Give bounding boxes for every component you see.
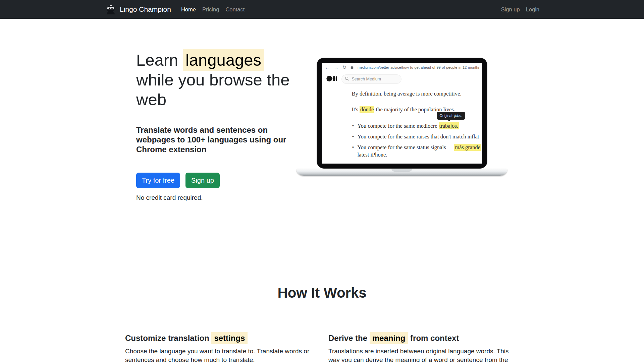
medium-article: By definition, being average is more com…: [322, 86, 482, 159]
hero-title-highlight: languages: [183, 49, 264, 71]
main-container: Learn languages while you browse the web…: [120, 19, 524, 362]
search-icon: [345, 76, 349, 82]
tooltip-label: Original:: [440, 114, 454, 118]
laptop-screen-content: ← → ↻ medium.com/better-advice/how-to-ge…: [322, 63, 482, 164]
original-word-tooltip: Original: jobs.: [437, 112, 465, 120]
tooltip-word: jobs.: [454, 114, 462, 118]
medium-header: Search Medium: [322, 72, 482, 86]
lock-icon: [350, 65, 354, 69]
article-text: latest iPhone.: [358, 152, 387, 158]
back-icon[interactable]: ←: [325, 65, 330, 70]
how-it-works-title: How It Works: [120, 285, 524, 301]
feature-heading-highlight: settings: [211, 332, 248, 344]
article-paragraph: By definition, being average is more com…: [352, 90, 482, 98]
nav-link-login[interactable]: Login: [526, 6, 539, 13]
hero-title-post: while you browse the web: [136, 71, 290, 109]
hero-title: Learn languages while you browse the web: [136, 50, 294, 109]
feature-heading: Customize translation settings: [125, 334, 316, 343]
browser-toolbar: ← → ↻ medium.com/better-advice/how-to-ge…: [322, 63, 482, 72]
medium-search-input[interactable]: Search Medium: [341, 74, 401, 84]
medium-logo-icon[interactable]: [326, 75, 338, 84]
section-divider: [120, 245, 524, 245]
feature-body: Translations are inserted between origin…: [328, 347, 519, 362]
nav-links: Home Pricing Contact: [181, 6, 245, 13]
laptop-screen-bezel: ← → ↻ medium.com/better-advice/how-to-ge…: [317, 58, 487, 169]
translated-word-highlight[interactable]: dónde: [360, 106, 374, 113]
feature-heading: Derive the meaning from context: [328, 334, 519, 343]
laptop-mockup: ← → ↻ medium.com/better-advice/how-to-ge…: [297, 58, 507, 176]
hero-subtitle: Translate words and sentences on webpage…: [136, 125, 294, 154]
nav-link-contact[interactable]: Contact: [225, 6, 245, 13]
list-item: You compete for the same mediocre trabaj…: [352, 122, 482, 130]
feature-column-settings: Customize translation settings Choose th…: [125, 334, 316, 362]
ninja-logo-icon: [105, 4, 117, 15]
forward-icon[interactable]: →: [334, 65, 339, 70]
cta-row: Try for free Sign up: [136, 173, 294, 188]
brand[interactable]: Lingo Champion: [105, 4, 171, 15]
hero-section: Learn languages while you browse the web…: [120, 19, 524, 201]
hero-image-column: ← → ↻ medium.com/better-advice/how-to-ge…: [297, 50, 507, 201]
article-text: You compete for the same raises that don…: [358, 133, 479, 140]
no-credit-card-note: No credit card required.: [136, 194, 294, 201]
nav-link-signup[interactable]: Sign up: [501, 6, 520, 13]
feature-body: Choose the language you want to translat…: [125, 347, 316, 362]
feature-heading-highlight: meaning: [370, 332, 408, 344]
article-bullet-list: You compete for the same mediocre trabaj…: [352, 122, 482, 159]
translated-word-highlight[interactable]: más grande: [454, 144, 481, 151]
feature-column-meaning: Derive the meaning from context Translat…: [328, 334, 519, 362]
nav-right-links: Sign up Login: [501, 6, 539, 13]
laptop-base: [297, 169, 507, 176]
reload-icon[interactable]: ↻: [342, 65, 347, 70]
brand-name: Lingo Champion: [120, 5, 171, 13]
navbar-container: Lingo Champion Home Pricing Contact Sign…: [105, 4, 539, 15]
feature-heading-text: Derive the: [328, 334, 370, 343]
signup-button[interactable]: Sign up: [185, 173, 220, 188]
translated-word-highlight[interactable]: trabajos.: [439, 122, 459, 129]
nav-link-home[interactable]: Home: [181, 6, 196, 13]
url-bar[interactable]: medium.com/better-advice/how-to-get-ahea…: [358, 65, 479, 69]
feature-columns: Customize translation settings Choose th…: [120, 334, 524, 362]
list-item: You compete for the same raises that don…: [352, 133, 482, 140]
navbar: Lingo Champion Home Pricing Contact Sign…: [0, 0, 644, 19]
article-text: You compete for the same mediocre: [358, 123, 439, 129]
article-text: You compete for the same status signals …: [358, 144, 454, 150]
article-text: It's: [352, 106, 360, 113]
list-item: You compete for the same status signals …: [352, 144, 482, 159]
feature-heading-text: from context: [408, 334, 459, 343]
hero-text-column: Learn languages while you browse the web…: [136, 50, 294, 201]
feature-heading-text: Customize translation: [125, 334, 211, 343]
hero-title-pre: Learn: [136, 51, 183, 69]
nav-link-pricing[interactable]: Pricing: [202, 6, 219, 13]
try-for-free-button[interactable]: Try for free: [136, 173, 180, 188]
search-placeholder: Search Medium: [352, 77, 381, 81]
